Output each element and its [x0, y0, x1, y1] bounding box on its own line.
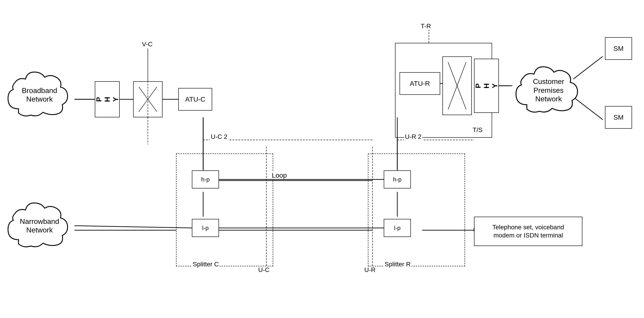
vc-label: V-C	[141, 40, 154, 48]
loop-label: Loop	[271, 172, 288, 179]
connection-lines	[0, 0, 644, 318]
ur-label: U-R	[364, 266, 376, 274]
uc2-label: U-C 2	[210, 133, 228, 140]
uc-label: U-C	[257, 266, 270, 274]
narrowband-network-cloud: NarrowbandNetwork	[4, 194, 74, 257]
broadband-network-label: BroadbandNetwork	[22, 86, 57, 104]
customer-premises-cloud: CustomerPremisesNetwork	[512, 59, 585, 122]
telephone-box: Telephone set, voicebandmodem or ISDN te…	[474, 217, 582, 246]
phy-left-box: PHY	[95, 81, 120, 117]
lp-right-box: l-p	[384, 219, 411, 237]
narrowband-network-label: NarrowbandNetwork	[20, 217, 59, 234]
splitter-c-box	[176, 154, 273, 266]
broadband-network-cloud: BroadbandNetwork	[4, 63, 74, 126]
splitter-r-box	[368, 154, 465, 266]
cross-connect-left	[133, 81, 162, 117]
splitter-c-label: Splitter C	[192, 261, 220, 268]
svg-line-32	[74, 226, 192, 228]
hp-left-box: h-p	[192, 170, 219, 188]
splitter-r-label: Splitter R	[384, 261, 412, 268]
ts-label: T/S	[472, 126, 484, 134]
tr-label: T-R	[420, 22, 432, 30]
extra-lines	[0, 0, 644, 318]
atu-c-box: ATU-C	[178, 88, 212, 110]
phy-right-box: PHY	[474, 59, 499, 113]
cross-connect-right	[442, 56, 472, 115]
diagram: BroadbandNetwork PHY ATU-C V-C U-C 2 h-p…	[0, 0, 644, 318]
sm-bottom-box: SM	[605, 106, 632, 129]
ur2-label: U-R 2	[404, 133, 422, 140]
atu-r-box: ATU-R	[400, 72, 440, 95]
hp-right-box: h-p	[384, 170, 411, 188]
sm-top-box: SM	[605, 37, 632, 60]
lp-left-box: l-p	[192, 219, 219, 237]
customer-premises-label: CustomerPremisesNetwork	[533, 77, 564, 103]
